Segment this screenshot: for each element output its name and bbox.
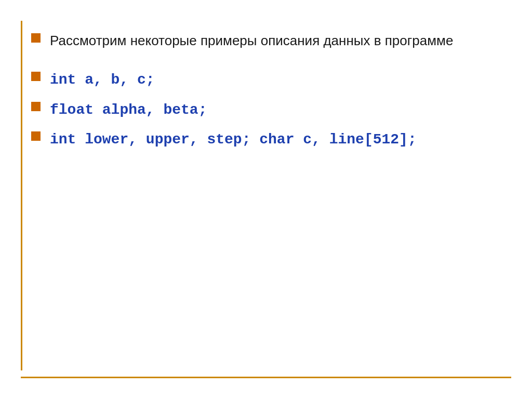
spacer <box>31 59 501 70</box>
bullet-icon-2 <box>31 72 41 81</box>
bottom-border-line <box>21 377 511 378</box>
bullet-item-code-1: int a, b, c; <box>31 70 501 90</box>
content-area: Рассмотрим некоторые примеры описания да… <box>31 21 501 150</box>
code-text-2: float alpha, beta; <box>50 100 207 120</box>
bullet-item-intro: Рассмотрим некоторые примеры описания да… <box>31 31 501 50</box>
bullet-icon-3 <box>31 102 41 111</box>
bullet-item-code-2: float alpha, beta; <box>31 100 501 120</box>
left-border <box>21 21 22 370</box>
bullet-item-code-3: int lower, upper, step; char c, line[512… <box>31 129 501 150</box>
slide: Рассмотрим некоторые примеры описания да… <box>0 0 532 399</box>
code-text-1: int a, b, c; <box>50 70 155 90</box>
bullet-icon-4 <box>31 131 41 141</box>
code-text-3: int lower, upper, step; char c, line[512… <box>50 129 417 150</box>
bullet-icon-1 <box>31 33 41 43</box>
intro-text: Рассмотрим некоторые примеры описания да… <box>50 31 453 50</box>
